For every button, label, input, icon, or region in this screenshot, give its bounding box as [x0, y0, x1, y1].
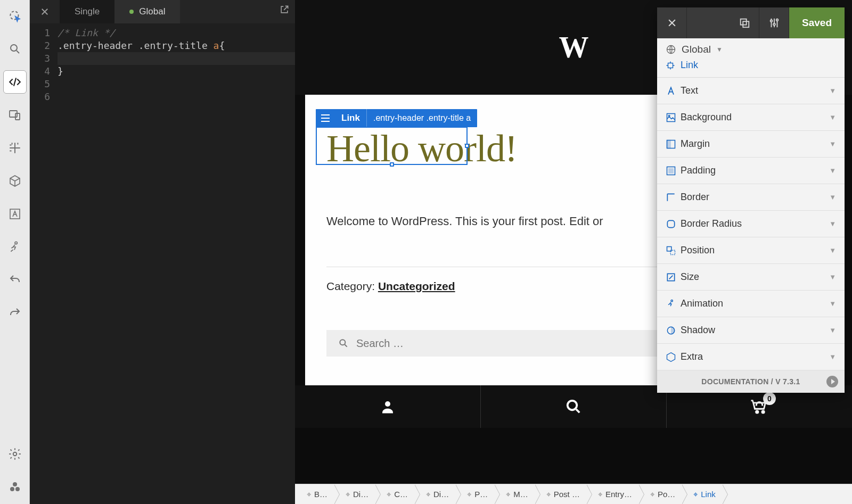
ruler-icon[interactable] — [3, 136, 27, 160]
selection-outline — [316, 127, 468, 165]
devices-icon[interactable] — [3, 103, 27, 127]
prop-size[interactable]: Size▼ — [657, 264, 845, 291]
target-icon: ⌖ — [506, 490, 510, 499]
preview-pane: W 20 by Hello world! Welcome to WordPres… — [295, 0, 852, 504]
resize-handle-bottom[interactable] — [390, 162, 394, 167]
prop-border-radius[interactable]: Border Radius▼ — [657, 211, 845, 237]
chevron-down-icon: ▼ — [829, 140, 836, 148]
tab-global[interactable]: Global — [114, 0, 180, 23]
crumb-item[interactable]: ⌖Di… — [414, 484, 455, 504]
prop-shadow[interactable]: Shadow▼ — [657, 317, 845, 344]
svg-rect-3 — [15, 113, 20, 120]
prop-position[interactable]: Position▼ — [657, 237, 845, 264]
svg-rect-25 — [667, 140, 671, 148]
target-icon: ⌖ — [307, 490, 311, 499]
border-radius-icon — [666, 219, 681, 229]
chevron-down-icon: ▼ — [829, 353, 836, 361]
selection-menu-icon[interactable] — [316, 114, 335, 122]
chevron-down-icon: ▼ — [829, 220, 836, 228]
crumb-item-active[interactable]: ⌖Link — [682, 484, 722, 504]
account-button[interactable] — [295, 385, 481, 428]
svg-rect-27 — [669, 168, 673, 172]
svg-point-9 — [15, 487, 20, 491]
modules-icon[interactable] — [3, 475, 27, 499]
crumb-item[interactable]: ⌖Po… — [638, 484, 682, 504]
target-icon[interactable] — [3, 4, 27, 28]
margin-icon — [666, 139, 681, 150]
prop-border[interactable]: Border▼ — [657, 184, 845, 211]
target-icon: ⌖ — [387, 490, 391, 499]
category-link[interactable]: Uncategorized — [378, 280, 455, 292]
tab-label: Global — [139, 6, 165, 17]
saved-button[interactable]: Saved — [789, 7, 845, 38]
popout-icon[interactable] — [279, 4, 290, 15]
svg-rect-21 — [668, 63, 673, 68]
svg-point-8 — [10, 487, 14, 491]
code-icon[interactable] — [3, 70, 27, 94]
prop-background[interactable]: Background▼ — [657, 104, 845, 131]
selected-element-row[interactable]: Link — [657, 57, 845, 78]
target-icon — [666, 61, 675, 70]
svg-point-19 — [776, 19, 778, 21]
target-icon: ⌖ — [346, 490, 350, 499]
resize-handle-right[interactable] — [465, 144, 469, 148]
border-icon — [666, 192, 681, 203]
size-icon — [666, 272, 681, 283]
text-icon — [666, 86, 681, 96]
crumb-item[interactable]: ⌖Di… — [334, 484, 375, 504]
svg-point-11 — [385, 401, 390, 407]
prop-text[interactable]: Text▼ — [657, 78, 845, 104]
position-icon — [666, 245, 681, 256]
settings-sliders-button[interactable] — [759, 7, 789, 38]
target-icon: ⌖ — [467, 490, 471, 499]
svg-point-7 — [13, 482, 17, 486]
properties-panel: Saved Global ▼ Link Text▼ Background▼ Ma… — [657, 7, 845, 393]
animation-icon[interactable] — [3, 235, 27, 259]
chevron-down-icon: ▼ — [829, 87, 836, 95]
crumb-item[interactable]: ⌖M… — [494, 484, 535, 504]
cube-icon[interactable] — [3, 169, 27, 193]
tab-single[interactable]: Single — [60, 0, 114, 23]
undo-icon[interactable] — [3, 268, 27, 292]
gear-icon[interactable] — [3, 442, 27, 466]
svg-point-12 — [568, 401, 577, 410]
prop-margin[interactable]: Margin▼ — [657, 131, 845, 158]
chevron-down-icon: ▼ — [829, 167, 836, 175]
chevron-down-icon: ▼ — [829, 113, 836, 121]
search-icon[interactable] — [3, 37, 27, 61]
animation-icon — [666, 299, 681, 309]
dom-breadcrumb: ⌖B… ⌖Di… ⌖C… ⌖Di… ⌖P… ⌖M… ⌖Post … ⌖Entry… — [295, 484, 852, 504]
shadow-icon — [666, 325, 681, 336]
editor-tabs: Single Global — [30, 0, 295, 23]
svg-point-17 — [770, 20, 772, 22]
prop-extra[interactable]: Extra▼ — [657, 344, 845, 370]
scope-selector[interactable]: Global ▼ — [657, 38, 845, 57]
copy-styles-button[interactable] — [730, 7, 759, 38]
selected-element-label: Link — [681, 60, 698, 71]
crumb-item[interactable]: ⌖Entry… — [586, 484, 638, 504]
documentation-label[interactable]: DOCUMENTATION / V 7.3.1 — [701, 377, 800, 386]
crumb-item[interactable]: ⌖C… — [375, 484, 414, 504]
prop-padding[interactable]: Padding▼ — [657, 158, 845, 184]
close-tab-button[interactable] — [30, 0, 60, 23]
target-icon: ⌖ — [598, 490, 602, 499]
line-gutter: 1 2 3 4 5 6 — [30, 27, 58, 504]
tab-label: Single — [75, 6, 100, 17]
background-icon — [666, 112, 681, 123]
play-button[interactable] — [826, 376, 838, 387]
site-title: W — [559, 30, 588, 64]
search-button[interactable] — [481, 385, 667, 428]
selection-toolbar[interactable]: Link .entry-header .entry-title a — [316, 109, 477, 127]
typography-icon[interactable] — [3, 202, 27, 226]
close-panel-button[interactable] — [657, 7, 687, 38]
chevron-down-icon: ▼ — [829, 193, 836, 201]
chevron-down-icon: ▼ — [716, 46, 723, 53]
crumb-item[interactable]: ⌖Post … — [535, 484, 586, 504]
svg-point-6 — [13, 452, 17, 456]
code-editor[interactable]: 1 2 3 4 5 6 /* Link */ .entry-header .en… — [30, 23, 295, 504]
svg-point-18 — [773, 23, 775, 26]
selection-element-label: Link — [335, 109, 367, 127]
redo-icon[interactable] — [3, 301, 27, 325]
crumb-item[interactable]: ⌖B… — [295, 484, 334, 504]
prop-animation[interactable]: Animation▼ — [657, 291, 845, 317]
